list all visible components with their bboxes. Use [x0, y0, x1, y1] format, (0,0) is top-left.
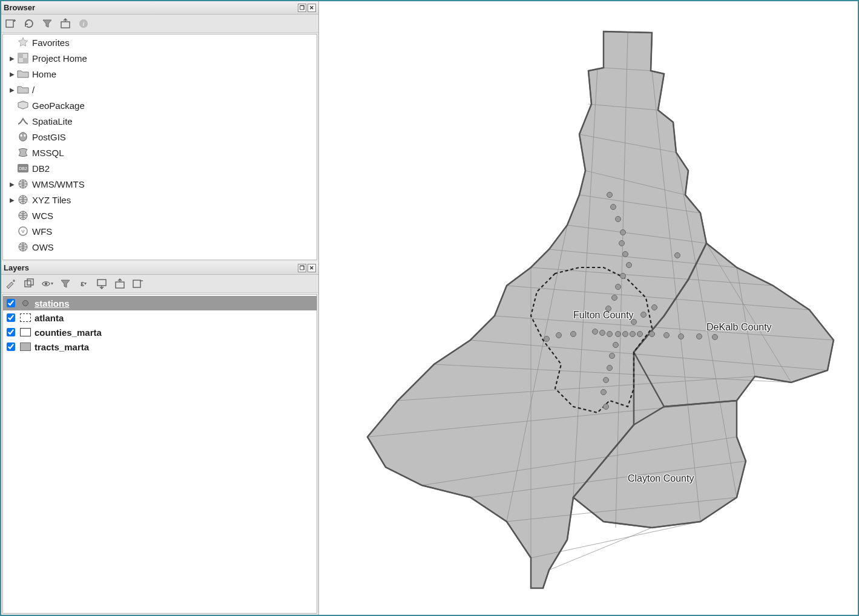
station-point[interactable] — [626, 262, 632, 268]
browser-item-postgis[interactable]: PostGIS — [3, 129, 317, 145]
expand-arrow-icon[interactable]: ▶ — [8, 55, 16, 62]
close-icon[interactable]: ✕ — [308, 4, 316, 12]
add-icon[interactable] — [5, 18, 17, 30]
browser-item-xyz-tiles[interactable]: ▶XYZ Tiles — [3, 192, 317, 208]
station-point[interactable] — [601, 389, 607, 395]
map-canvas[interactable]: Fulton CountyDeKalb CountyClayton County — [319, 1, 858, 615]
refresh-icon[interactable] — [23, 18, 35, 30]
station-point[interactable] — [663, 332, 670, 338]
layer-row-atlanta[interactable]: atlanta — [3, 310, 317, 325]
browser-item--[interactable]: ▶/ — [3, 82, 317, 97]
expand-arrow-icon[interactable]: ▶ — [8, 197, 16, 203]
station-point[interactable] — [622, 331, 628, 337]
station-point[interactable] — [609, 353, 615, 359]
style-icon[interactable] — [5, 278, 17, 290]
browser-item-wms-wmts[interactable]: ▶WMS/WMTS — [3, 176, 317, 192]
layers-panel-title: Layers — [4, 263, 297, 272]
station-point[interactable] — [607, 192, 613, 198]
station-point[interactable] — [599, 330, 605, 336]
station-point[interactable] — [712, 334, 718, 340]
svg-rect-21 — [27, 279, 33, 285]
fill-symbol-icon — [20, 342, 31, 351]
browser-item-spatialite[interactable]: SpatiaLite — [3, 113, 317, 129]
browser-item-label: GeoPackage — [32, 100, 85, 111]
station-point[interactable] — [649, 331, 655, 337]
layer-visibility-checkbox[interactable] — [7, 342, 15, 351]
station-point[interactable] — [613, 342, 619, 348]
browser-item-label: Favorites — [32, 38, 70, 48]
station-point[interactable] — [696, 333, 702, 339]
browser-tree[interactable]: Favorites▶Project Home▶Home▶/GeoPackageS… — [2, 34, 317, 260]
globe-icon — [16, 194, 30, 206]
browser-toolbar: i — [1, 15, 318, 33]
station-point[interactable] — [556, 332, 562, 338]
add-group-icon[interactable] — [23, 278, 35, 290]
layer-row-tracts_marta[interactable]: tracts_marta — [3, 339, 317, 354]
layers-list[interactable]: stationsatlantacounties_martatracts_mart… — [2, 294, 317, 614]
browser-item-ows[interactable]: OWS — [3, 239, 317, 255]
geopackage-icon — [16, 99, 30, 111]
browser-panel-header[interactable]: Browser ❐ ✕ — [1, 1, 318, 15]
detach-icon[interactable]: ❐ — [298, 4, 306, 12]
station-point[interactable] — [603, 404, 609, 410]
browser-item-mssql[interactable]: MSSQL — [3, 145, 317, 160]
station-point[interactable] — [570, 331, 576, 337]
visibility-icon[interactable]: ▾ — [41, 278, 53, 290]
point-symbol-icon — [22, 300, 28, 306]
folder-icon — [16, 84, 30, 96]
remove-layer-icon[interactable] — [132, 278, 144, 290]
station-point[interactable] — [611, 295, 617, 301]
layer-row-stations[interactable]: stations — [3, 296, 317, 310]
station-point[interactable] — [610, 204, 616, 210]
expand-all-icon[interactable] — [96, 278, 108, 290]
detach-icon[interactable]: ❐ — [298, 264, 306, 272]
collapse-icon[interactable] — [59, 18, 71, 30]
db2-icon: DB2 — [16, 162, 30, 174]
expression-icon[interactable]: ε▾ — [77, 278, 90, 290]
expand-arrow-icon[interactable]: ▶ — [8, 181, 16, 188]
layer-visibility-checkbox[interactable] — [7, 313, 15, 322]
svg-text:DB2: DB2 — [19, 166, 27, 171]
filter-icon[interactable] — [41, 18, 53, 30]
station-point[interactable] — [607, 331, 613, 337]
browser-item-favorites[interactable]: Favorites — [3, 34, 317, 50]
svg-rect-7 — [18, 53, 23, 58]
browser-item-project-home[interactable]: ▶Project Home — [3, 50, 317, 66]
browser-item-wfs[interactable]: VWFS — [3, 223, 317, 239]
station-point[interactable] — [603, 377, 609, 383]
station-point[interactable] — [619, 240, 625, 246]
filter-legend-icon[interactable] — [59, 278, 71, 290]
browser-item-label: XYZ Tiles — [32, 195, 71, 205]
station-point[interactable] — [615, 284, 621, 290]
layers-panel-header[interactable]: Layers ❐ ✕ — [1, 261, 318, 275]
station-point[interactable] — [592, 329, 598, 335]
expand-arrow-icon[interactable]: ▶ — [8, 71, 16, 77]
station-point[interactable] — [615, 331, 621, 337]
properties-icon[interactable]: i — [77, 18, 90, 30]
layer-row-counties_marta[interactable]: counties_marta — [3, 325, 317, 339]
station-point[interactable] — [605, 306, 611, 312]
station-point[interactable] — [544, 336, 550, 342]
station-point[interactable] — [630, 331, 636, 337]
browser-item-db2[interactable]: DB2DB2 — [3, 160, 317, 176]
station-point[interactable] — [620, 273, 626, 279]
station-point[interactable] — [637, 331, 643, 337]
station-point[interactable] — [674, 252, 680, 258]
close-icon[interactable]: ✕ — [308, 264, 316, 272]
expand-arrow-icon[interactable]: ▶ — [8, 87, 16, 93]
station-point[interactable] — [607, 365, 613, 371]
station-point[interactable] — [615, 216, 621, 222]
browser-item-label: SpatiaLite — [32, 116, 73, 126]
station-point[interactable] — [631, 319, 637, 325]
collapse-all-icon[interactable] — [114, 278, 126, 290]
station-point[interactable] — [622, 251, 628, 257]
browser-item-wcs[interactable]: WCS — [3, 208, 317, 223]
station-point[interactable] — [678, 333, 684, 339]
browser-item-geopackage[interactable]: GeoPackage — [3, 97, 317, 113]
station-point[interactable] — [640, 312, 647, 318]
layer-visibility-checkbox[interactable] — [7, 328, 15, 336]
station-point[interactable] — [620, 229, 626, 235]
station-point[interactable] — [651, 304, 657, 310]
browser-item-home[interactable]: ▶Home — [3, 66, 317, 82]
layer-visibility-checkbox[interactable] — [7, 299, 15, 307]
